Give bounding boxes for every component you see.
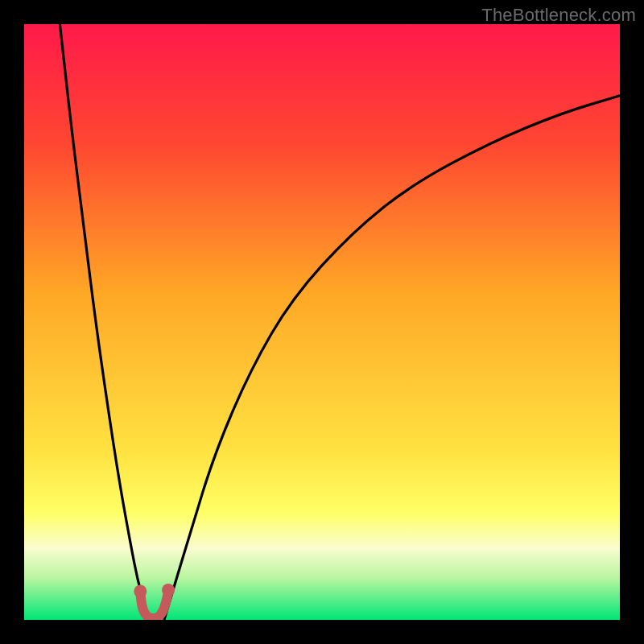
valley-dot	[162, 584, 175, 597]
dots-group	[134, 584, 175, 597]
series-group	[60, 24, 620, 620]
watermark-text: TheBottleneck.com	[481, 5, 636, 26]
valley-dot	[134, 584, 147, 597]
plot-svg	[24, 24, 620, 620]
series-curve-right	[164, 96, 620, 620]
plot-frame	[24, 24, 620, 620]
series-curve-left	[60, 24, 148, 620]
